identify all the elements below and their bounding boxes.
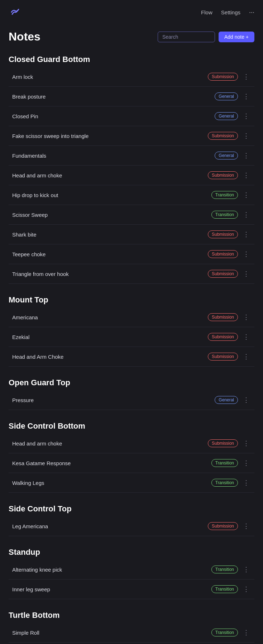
note-row[interactable]: Triangle from over hookSubmission⋮: [9, 264, 254, 284]
note-row[interactable]: Walking LegsTransition⋮: [9, 473, 254, 493]
section-title-turtle-bottom: Turtle Bottom: [9, 611, 254, 620]
note-badge: Transition: [211, 459, 238, 467]
note-row[interactable]: Sit outTransition⋮: [9, 643, 254, 644]
note-row[interactable]: EzekialSubmission⋮: [9, 327, 254, 347]
note-badge: Transition: [211, 211, 238, 219]
note-badge: Submission: [208, 313, 238, 321]
note-name: Inner leg sweep: [12, 586, 50, 592]
note-badge: General: [215, 152, 238, 159]
nav-flow[interactable]: Flow: [201, 9, 212, 15]
note-row[interactable]: Inner leg sweepTransition⋮: [9, 579, 254, 599]
note-more-icon[interactable]: ⋮: [242, 478, 251, 487]
note-row-right: Submission⋮: [208, 72, 251, 81]
header-actions: Add note +: [158, 32, 254, 42]
note-row[interactable]: Simple RollTransition⋮: [9, 623, 254, 643]
note-row[interactable]: AmericanaSubmission⋮: [9, 307, 254, 327]
note-row[interactable]: Arm lockSubmission⋮: [9, 67, 254, 87]
note-name: Head and Arm Choke: [12, 354, 63, 360]
note-row[interactable]: FundamentalsGeneral⋮: [9, 146, 254, 166]
note-row[interactable]: Head and arm chokeSubmission⋮: [9, 434, 254, 453]
note-badge: Submission: [208, 132, 238, 140]
note-row[interactable]: Head and arm chokeSubmission⋮: [9, 166, 254, 185]
note-name: Triangle from over hook: [12, 271, 69, 277]
note-more-icon[interactable]: ⋮: [242, 111, 251, 121]
note-name: Arm lock: [12, 74, 33, 80]
note-more-icon[interactable]: ⋮: [242, 395, 251, 405]
note-row[interactable]: Scissor SweepTransition⋮: [9, 205, 254, 225]
note-row[interactable]: Kesa Gatame ResponseTransition⋮: [9, 453, 254, 473]
note-name: Leg Americana: [12, 523, 48, 529]
note-badge: Transition: [211, 191, 238, 199]
note-more-icon[interactable]: ⋮: [242, 313, 251, 322]
note-more-icon[interactable]: ⋮: [242, 521, 251, 531]
note-name: Hip drop to kick out: [12, 192, 58, 198]
nav-more-icon[interactable]: ···: [249, 9, 254, 16]
note-name: Closed Pin: [12, 113, 38, 119]
note-more-icon[interactable]: ⋮: [242, 131, 251, 140]
note-row-right: Submission⋮: [208, 171, 251, 180]
note-more-icon[interactable]: ⋮: [242, 151, 251, 160]
note-row-right: Submission⋮: [208, 352, 251, 361]
note-more-icon[interactable]: ⋮: [242, 171, 251, 180]
note-row-right: Transition⋮: [211, 478, 251, 487]
sections-container: Closed Guard BottomArm lockSubmission⋮Br…: [9, 55, 254, 644]
note-row[interactable]: Fake scissor sweep into triangleSubmissi…: [9, 126, 254, 146]
note-badge: General: [215, 112, 238, 120]
note-row[interactable]: Hip drop to kick outTransition⋮: [9, 185, 254, 205]
note-row[interactable]: Closed PinGeneral⋮: [9, 106, 254, 126]
add-note-button[interactable]: Add note +: [219, 32, 254, 42]
note-row-right: Submission⋮: [208, 249, 251, 259]
section-title-side-control-top: Side Control Top: [9, 504, 254, 514]
section-closed-guard-bottom: Closed Guard BottomArm lockSubmission⋮Br…: [9, 55, 254, 284]
search-input[interactable]: [158, 32, 215, 42]
note-more-icon[interactable]: ⋮: [242, 628, 251, 637]
note-row-right: Transition⋮: [211, 628, 251, 637]
note-badge: Submission: [208, 353, 238, 361]
note-more-icon[interactable]: ⋮: [242, 72, 251, 81]
note-row[interactable]: Alternating knee pickTransition⋮: [9, 560, 254, 579]
page-title: Notes: [9, 30, 40, 43]
note-name: Simple Roll: [12, 630, 39, 636]
note-row-right: Transition⋮: [211, 585, 251, 594]
note-row[interactable]: Head and Arm ChokeSubmission⋮: [9, 347, 254, 367]
section-title-standup: Standup: [9, 548, 254, 557]
note-row-right: Submission⋮: [208, 521, 251, 531]
note-more-icon[interactable]: ⋮: [242, 269, 251, 278]
note-row[interactable]: Teepee chokeSubmission⋮: [9, 244, 254, 264]
note-more-icon[interactable]: ⋮: [242, 439, 251, 448]
note-row[interactable]: Shark biteSubmission⋮: [9, 225, 254, 244]
section-standup: StandupAlternating knee pickTransition⋮I…: [9, 548, 254, 599]
note-row[interactable]: PressureGeneral⋮: [9, 390, 254, 410]
note-name: Scissor Sweep: [12, 212, 48, 218]
note-more-icon[interactable]: ⋮: [242, 210, 251, 219]
note-row[interactable]: Leg AmericanaSubmission⋮: [9, 516, 254, 536]
note-row-right: General⋮: [215, 395, 251, 405]
note-badge: General: [215, 396, 238, 404]
note-more-icon[interactable]: ⋮: [242, 249, 251, 259]
note-more-icon[interactable]: ⋮: [242, 352, 251, 361]
note-row-right: Submission⋮: [208, 313, 251, 322]
note-more-icon[interactable]: ⋮: [242, 458, 251, 468]
note-row[interactable]: Break postureGeneral⋮: [9, 87, 254, 106]
note-more-icon[interactable]: ⋮: [242, 92, 251, 101]
note-badge: Submission: [208, 250, 238, 258]
section-mount-top: Mount TopAmericanaSubmission⋮EzekialSubm…: [9, 295, 254, 367]
note-name: Ezekial: [12, 334, 29, 340]
note-badge: Submission: [208, 230, 238, 238]
note-more-icon[interactable]: ⋮: [242, 230, 251, 239]
note-more-icon[interactable]: ⋮: [242, 585, 251, 594]
note-badge: Transition: [211, 629, 238, 636]
note-badge: Submission: [208, 439, 238, 447]
note-more-icon[interactable]: ⋮: [242, 190, 251, 200]
note-more-icon[interactable]: ⋮: [242, 565, 251, 574]
note-name: Teepee choke: [12, 251, 46, 257]
note-badge: Submission: [208, 333, 238, 341]
note-badge: Submission: [208, 270, 238, 278]
nav-settings[interactable]: Settings: [221, 9, 240, 15]
app-logo-icon: [9, 6, 21, 19]
note-more-icon[interactable]: ⋮: [242, 332, 251, 342]
note-badge: Submission: [208, 171, 238, 179]
note-name: Fundamentals: [12, 153, 46, 159]
note-row-right: Submission⋮: [208, 131, 251, 140]
note-name: Kesa Gatame Response: [12, 460, 71, 466]
